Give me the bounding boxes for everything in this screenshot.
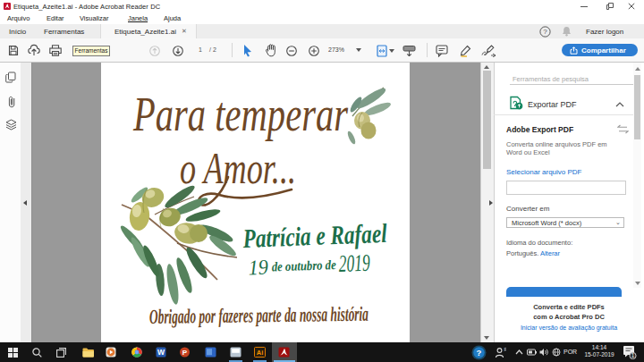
svg-text:1: 1 xyxy=(631,352,635,358)
svg-text:Patrícia e Rafael: Patrícia e Rafael xyxy=(242,218,387,253)
svg-text:R: R xyxy=(504,347,507,352)
svg-text:?: ? xyxy=(477,348,482,358)
svg-text:Para temperar: Para temperar xyxy=(132,88,348,141)
svg-text:?: ? xyxy=(543,28,547,36)
svg-text:o Amor...: o Amor... xyxy=(180,143,296,193)
svg-text:2019: 2019 xyxy=(338,249,370,277)
svg-text:P: P xyxy=(182,349,188,357)
svg-text:W: W xyxy=(157,348,165,357)
svg-text:Obrigado por fazeres parte da: Obrigado por fazeres parte da nossa hist… xyxy=(149,303,369,328)
svg-text:Ai: Ai xyxy=(257,349,264,357)
svg-text:de outubro de: de outubro de xyxy=(271,257,336,274)
svg-text:19: 19 xyxy=(248,256,268,280)
